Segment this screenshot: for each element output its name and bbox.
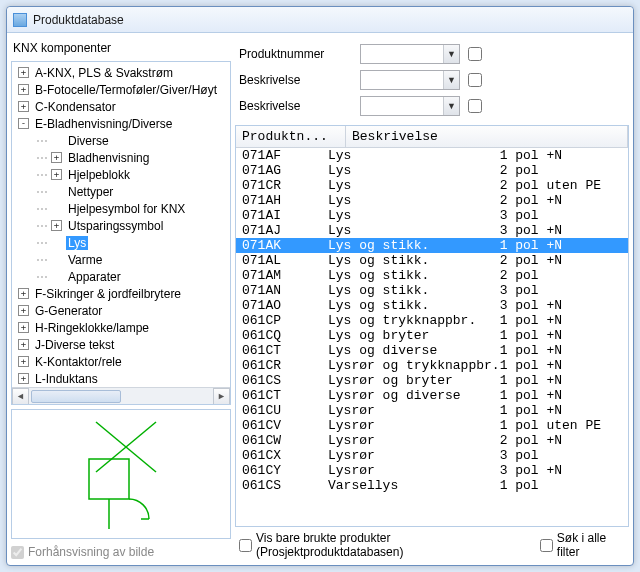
tree-node[interactable]: ⋯Nettyper xyxy=(12,183,230,200)
grid-header[interactable]: Produktn... Beskrivelse xyxy=(236,126,628,148)
show-used-only-checkbox[interactable] xyxy=(239,539,252,552)
scroll-right-button[interactable]: ► xyxy=(213,388,230,405)
product-row[interactable]: 071AGLys 2 pol xyxy=(236,163,628,178)
tree-node-label[interactable]: B-Fotocelle/Termoføler/Giver/Høyt xyxy=(33,83,219,97)
product-row[interactable]: 071CRLys 2 pol uten PE xyxy=(236,178,628,193)
chevron-down-icon[interactable]: ▼ xyxy=(443,45,459,63)
window-title: Produktdatabase xyxy=(33,13,124,27)
product-row[interactable]: 061CQLys og bryter 1 pol +N xyxy=(236,328,628,343)
tree-node[interactable]: ⋯Varme xyxy=(12,251,230,268)
grid-header-productnumber[interactable]: Produktn... xyxy=(236,126,346,147)
product-row[interactable]: 061CWLysrør 2 pol +N xyxy=(236,433,628,448)
tree-node[interactable]: +H-Ringeklokke/lampe xyxy=(12,319,230,336)
expand-icon[interactable]: + xyxy=(18,288,29,299)
collapse-icon[interactable]: - xyxy=(18,118,29,129)
scroll-left-button[interactable]: ◄ xyxy=(12,388,29,405)
chevron-down-icon[interactable]: ▼ xyxy=(443,71,459,89)
product-row[interactable]: 071ANLys og stikk. 3 pol xyxy=(236,283,628,298)
product-row[interactable]: 061CXLysrør 3 pol xyxy=(236,448,628,463)
tree-node-label[interactable]: Apparater xyxy=(66,270,123,284)
product-row[interactable]: 061CTLys og diverse 1 pol +N xyxy=(236,343,628,358)
tree-node-label[interactable]: Hjelpesymbol for KNX xyxy=(66,202,187,216)
tree-node[interactable]: +B-Fotocelle/Termoføler/Giver/Høyt xyxy=(12,81,230,98)
expand-icon[interactable]: + xyxy=(18,67,29,78)
tree-node[interactable]: ⋯+Utsparingssymbol xyxy=(12,217,230,234)
svg-rect-2 xyxy=(89,459,129,499)
grid-header-description[interactable]: Beskrivelse xyxy=(346,126,628,147)
tree-node[interactable]: +A-KNX, PLS & Svakstrøm xyxy=(12,64,230,81)
tree-node[interactable]: ⋯Lys xyxy=(12,234,230,251)
product-row[interactable]: 061CVLysrør 1 pol uten PE xyxy=(236,418,628,433)
filter-combo[interactable]: ▼ xyxy=(360,70,460,90)
product-row[interactable]: 071AJLys 3 pol +N xyxy=(236,223,628,238)
tree-node-label[interactable]: Utsparingssymbol xyxy=(66,219,165,233)
tree-hscroll[interactable]: ◄ ► xyxy=(12,387,230,404)
tree-node-label[interactable]: A-KNX, PLS & Svakstrøm xyxy=(33,66,175,80)
scroll-track[interactable] xyxy=(29,388,213,405)
expand-icon[interactable]: + xyxy=(18,101,29,112)
tree-node-label[interactable]: Lys xyxy=(66,236,88,250)
product-row[interactable]: 061CSLysrør og bryter 1 pol +N xyxy=(236,373,628,388)
tree-node[interactable]: +C-Kondensator xyxy=(12,98,230,115)
tree-node-label[interactable]: Nettyper xyxy=(66,185,115,199)
tree-node-label[interactable]: H-Ringeklokke/lampe xyxy=(33,321,151,335)
tree-node-label[interactable]: C-Kondensator xyxy=(33,100,118,114)
tree-node[interactable]: ⋯Diverse xyxy=(12,132,230,149)
tree-node-label[interactable]: K-Kontaktor/rele xyxy=(33,355,124,369)
search-all-filters-checkbox[interactable] xyxy=(540,539,553,552)
product-row[interactable]: 071AMLys og stikk. 2 pol xyxy=(236,268,628,283)
tree-node[interactable]: ⋯Apparater xyxy=(12,268,230,285)
tree-node[interactable]: ⋯Hjelpesymbol for KNX xyxy=(12,200,230,217)
filter-combo[interactable]: ▼ xyxy=(360,96,460,116)
expand-icon[interactable]: + xyxy=(51,152,62,163)
expand-icon[interactable]: + xyxy=(51,169,62,180)
filter-enable-checkbox[interactable] xyxy=(468,73,482,87)
tree-node-label[interactable]: Varme xyxy=(66,253,104,267)
product-row[interactable]: 061CPLys og trykknappbr. 1 pol +N xyxy=(236,313,628,328)
tree-node[interactable]: ⋯+Bladhenvisning xyxy=(12,149,230,166)
product-description-cell: Lys og stikk. 2 pol +N xyxy=(326,253,628,268)
product-row[interactable]: 071AOLys og stikk. 3 pol +N xyxy=(236,298,628,313)
product-description-cell: Varsellys 1 pol xyxy=(326,478,628,493)
expand-icon[interactable]: + xyxy=(18,322,29,333)
tree-node[interactable]: +G-Generator xyxy=(12,302,230,319)
tree-node[interactable]: +F-Sikringer & jordfeilbrytere xyxy=(12,285,230,302)
expand-icon[interactable]: + xyxy=(18,356,29,367)
tree-node-label[interactable]: G-Generator xyxy=(33,304,104,318)
product-row[interactable]: 061CYLysrør 3 pol +N xyxy=(236,463,628,478)
product-row[interactable]: 061CTLysrør og diverse 1 pol +N xyxy=(236,388,628,403)
preview-toggle[interactable] xyxy=(11,546,24,559)
product-row[interactable]: 061CSVarsellys 1 pol xyxy=(236,478,628,493)
expand-icon[interactable]: + xyxy=(18,339,29,350)
product-row[interactable]: 071AILys 3 pol xyxy=(236,208,628,223)
tree-node-label[interactable]: J-Diverse tekst xyxy=(33,338,116,352)
product-row[interactable]: 061CRLysrør og trykknappbr.1 pol +N xyxy=(236,358,628,373)
product-row[interactable]: 071AHLys 2 pol +N xyxy=(236,193,628,208)
expand-icon[interactable]: + xyxy=(18,305,29,316)
tree-node-label[interactable]: Hjelpeblokk xyxy=(66,168,132,182)
expand-icon[interactable]: + xyxy=(18,84,29,95)
product-row[interactable]: 061CULysrør 1 pol +N xyxy=(236,403,628,418)
product-row[interactable]: 071ALLys og stikk. 2 pol +N xyxy=(236,253,628,268)
expand-icon[interactable]: + xyxy=(18,373,29,384)
tree-node-label[interactable]: E-Bladhenvisning/Diverse xyxy=(33,117,174,131)
titlebar[interactable]: Produktdatabase xyxy=(7,7,633,33)
product-row[interactable]: 071AKLys og stikk. 1 pol +N xyxy=(236,238,628,253)
tree-node[interactable]: ⋯+Hjelpeblokk xyxy=(12,166,230,183)
tree-node[interactable]: +J-Diverse tekst xyxy=(12,336,230,353)
tree-node[interactable]: -E-Bladhenvisning/Diverse xyxy=(12,115,230,132)
tree-node[interactable]: +K-Kontaktor/rele xyxy=(12,353,230,370)
product-number-cell: 061CU xyxy=(236,403,326,418)
scroll-thumb[interactable] xyxy=(31,390,121,403)
tree-node-label[interactable]: F-Sikringer & jordfeilbrytere xyxy=(33,287,183,301)
filter-combo[interactable]: ▼ xyxy=(360,44,460,64)
tree-node[interactable]: +L-Induktans xyxy=(12,370,230,387)
filter-enable-checkbox[interactable] xyxy=(468,47,482,61)
chevron-down-icon[interactable]: ▼ xyxy=(443,97,459,115)
expand-icon[interactable]: + xyxy=(51,220,62,231)
filter-enable-checkbox[interactable] xyxy=(468,99,482,113)
product-row[interactable]: 071AFLys 1 pol +N xyxy=(236,148,628,163)
tree-node-label[interactable]: L-Induktans xyxy=(33,372,100,386)
tree-node-label[interactable]: Bladhenvisning xyxy=(66,151,151,165)
tree-node-label[interactable]: Diverse xyxy=(66,134,111,148)
